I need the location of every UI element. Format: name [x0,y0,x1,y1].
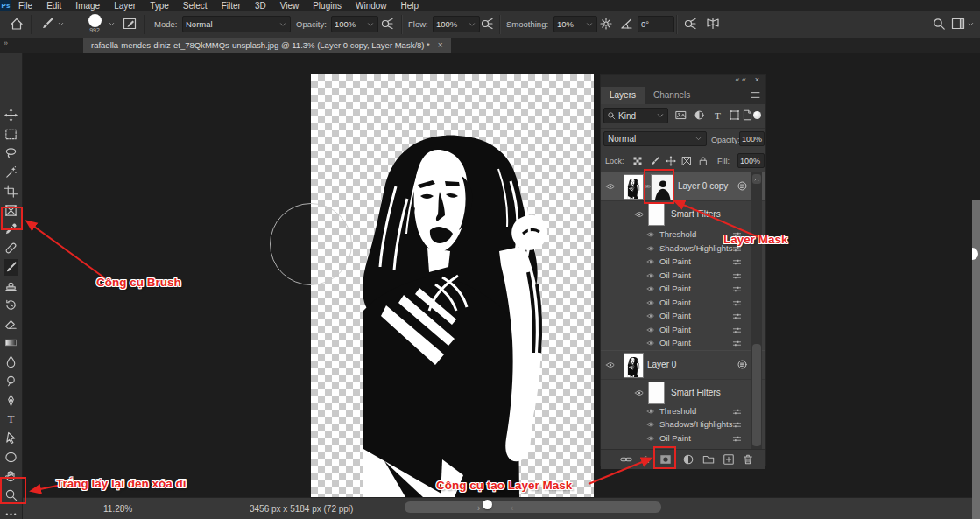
filter-blending-options-icon[interactable] [732,407,742,417]
flow-select[interactable]: 100% [433,16,480,32]
filter-kind-select[interactable]: Kind [603,108,668,123]
visibility-eye-icon[interactable] [646,299,655,306]
brush-settings-panel-icon[interactable] [123,17,137,31]
layers-scrollbar[interactable] [751,172,762,449]
visibility-eye-icon[interactable] [646,408,655,415]
smart-filter-badge-icon[interactable] [737,180,748,192]
tool-gradient[interactable] [4,334,18,351]
fill-select[interactable]: 100% [737,153,765,168]
canvas-area[interactable] [22,53,972,497]
tab-overflow-chevrons[interactable]: » [4,39,8,47]
visibility-eye-icon[interactable] [646,326,655,333]
filter-smart-objects-icon[interactable] [742,109,753,121]
layer-style-fx-icon[interactable] [640,453,652,466]
tool-lasso[interactable] [4,144,18,161]
home-icon[interactable] [10,17,24,31]
visibility-eye-icon[interactable] [646,272,655,279]
menu-plugins[interactable]: Plugins [306,0,349,11]
airbrush-pressure-icon[interactable] [380,17,394,31]
smart-filter-threshold[interactable]: Threshold [601,404,765,418]
tool-cursor[interactable] [4,430,18,446]
lock-paint-icon[interactable] [650,156,660,166]
filter-blending-options-icon[interactable] [732,339,742,348]
menu-layer[interactable]: Layer [107,0,143,11]
document-tab[interactable]: rafaella-mendes-diniz-et_78QkMMQs-unspla… [83,38,451,53]
tab-channels[interactable]: Channels [645,87,699,104]
filter-blending-options-icon[interactable] [732,257,742,267]
layer-row-layer-0-copy[interactable]: Layer 0 copy [601,172,765,201]
tool-type[interactable] [4,410,18,427]
visibility-eye-icon[interactable] [646,231,655,238]
airbrush-icon[interactable] [480,17,494,31]
menu-edit[interactable]: Edit [39,0,68,11]
tool-pen[interactable] [4,392,18,409]
filter-blending-options-icon[interactable] [732,434,742,444]
tablet-pressure-icon[interactable] [683,17,697,31]
menu-type[interactable]: Type [143,0,176,11]
smart-filter-mask-thumbnail[interactable] [648,203,665,226]
filter-blending-options-icon[interactable] [732,298,742,308]
visibility-eye-icon[interactable] [634,389,645,397]
workspace-switcher-icon[interactable] [951,17,965,31]
tool-history[interactable] [4,297,18,313]
document-canvas[interactable] [311,74,594,497]
tool-dots[interactable] [4,506,18,519]
lock-position-icon[interactable] [666,156,676,166]
horizontal-scrollbar-thumb[interactable] [405,501,661,513]
layer-name[interactable]: Layer 0 [647,360,676,369]
layer-row-layer-0[interactable]: Layer 0 [601,350,765,380]
smart-filter-oil-paint[interactable]: Oil Paint [601,309,765,323]
brush-angle-input[interactable]: 0° [638,16,674,32]
tab-layers[interactable]: Layers [601,87,645,104]
chevron-down-icon[interactable] [57,20,65,28]
panel-close-icon[interactable]: × [755,75,759,84]
blend-mode-select[interactable]: Normal [182,16,291,32]
tool-dodge[interactable] [4,373,18,389]
chevron-down-icon[interactable] [108,20,116,28]
filter-shape-layers-icon[interactable] [729,109,740,121]
filter-toggle-icon[interactable] [753,111,761,119]
brush-size-preview[interactable]: 992 [84,14,105,37]
delete-layer-icon[interactable] [742,453,754,466]
tool-wand[interactable] [4,164,18,180]
menu-help[interactable]: Help [394,0,427,11]
visibility-eye-icon[interactable] [646,340,655,347]
new-group-icon[interactable] [702,453,715,466]
smart-filter-oil-paint[interactable]: Oil Paint [601,336,765,350]
menu-file[interactable]: File [11,0,39,11]
brush-tool-preset-icon[interactable] [40,17,54,31]
tool-move[interactable] [4,107,18,123]
smart-filter-badge-icon[interactable] [737,359,748,370]
smart-filter-shadows-highlights[interactable]: Shadows/Highlights [601,417,765,431]
lock-transparency-icon[interactable] [632,156,643,166]
chevron-down-icon[interactable] [967,20,975,28]
tool-eraser[interactable] [4,316,18,333]
visibility-eye-icon[interactable] [646,435,655,442]
opacity-select[interactable]: 100% [331,16,378,32]
tool-blur[interactable] [4,354,18,370]
photoshop-logo-icon[interactable]: Ps [0,0,11,11]
tool-brush[interactable] [4,259,18,276]
smart-filter-oil-paint[interactable]: Oil Paint [601,269,765,283]
filter-type-layers-icon[interactable] [712,109,723,121]
smoothing-options-gear-icon[interactable] [599,17,613,31]
adjustment-layer-icon[interactable] [682,453,694,466]
smart-filter-oil-paint[interactable]: Oil Paint [601,255,765,269]
smart-filter-oil-paint[interactable]: Oil Paint [601,296,765,310]
menu-image[interactable]: Image [68,0,107,11]
smart-filter-mask-thumbnail[interactable] [648,382,665,404]
smart-filter-oil-paint[interactable]: Oil Paint [601,431,765,445]
status-options-chevron[interactable]: › [477,503,480,513]
menu-filter[interactable]: Filter [215,0,248,11]
visibility-eye-icon[interactable] [605,182,616,191]
smoothing-select[interactable]: 10% [553,16,597,32]
menu-view[interactable]: View [273,0,307,11]
visibility-eye-icon[interactable] [634,210,645,219]
tool-ellipse[interactable] [4,449,18,466]
layer-thumbnail[interactable] [624,174,644,200]
visibility-eye-icon[interactable] [646,258,655,265]
filter-blending-options-icon[interactable] [732,312,742,321]
visibility-eye-icon[interactable] [646,285,655,292]
zoom-level-field[interactable]: 11.28% [103,504,132,514]
menu-window[interactable]: Window [349,0,394,11]
